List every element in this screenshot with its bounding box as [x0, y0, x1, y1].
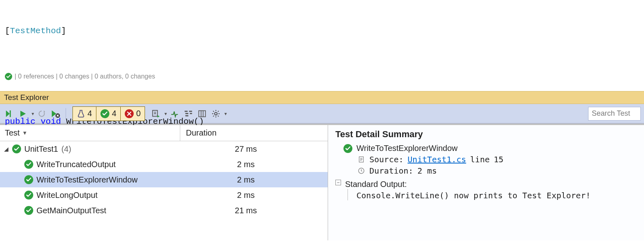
column-header-test[interactable]: Test ▼	[0, 125, 180, 141]
standard-output-section: − Standard Output: Console.WriteLine() n…	[335, 180, 637, 200]
codelens-row[interactable]: | 0 references | 0 changes | 0 authors, …	[5, 71, 639, 82]
svg-rect-5	[186, 115, 188, 116]
test-explorer-toolbar: ▾ 4 4 0 ▾	[0, 104, 644, 123]
svg-rect-8	[199, 110, 206, 117]
group-duration: 27 ms	[180, 144, 328, 154]
test-name: GetMainOutputTest	[36, 206, 106, 215]
code-editor[interactable]: [TestMethod] | 0 references | 0 changes …	[0, 0, 644, 91]
column-header-duration[interactable]: Duration	[180, 128, 328, 138]
source-line-label: line	[470, 155, 490, 164]
test-row[interactable]: WriteLongOutput2 ms	[0, 187, 328, 203]
run-dropdown[interactable]: ▾	[32, 111, 34, 117]
pass-icon	[24, 191, 33, 200]
svg-rect-2	[153, 110, 158, 116]
detail-title: Test Detail Summary	[335, 129, 637, 140]
code-line-attribute: [TestMethod]	[5, 25, 639, 37]
detail-test-name: WriteToTestExplorerWindow	[356, 144, 458, 153]
source-file-icon	[357, 155, 365, 163]
counter-failed-value: 0	[136, 109, 141, 118]
codelens-text[interactable]: | 0 references | 0 changes | 0 authors, …	[15, 72, 155, 81]
pass-icon	[12, 144, 21, 153]
repeat-last-run-button[interactable]	[36, 107, 48, 121]
sort-indicator-icon: ▼	[22, 130, 28, 136]
test-name: WriteLongOutput	[36, 191, 98, 200]
group-name: UnitTest1	[24, 144, 58, 154]
detail-source-row: Source: UnitTest1.cs line 15	[357, 155, 637, 164]
search-input[interactable]: Search Test	[588, 107, 641, 121]
flask-icon	[77, 109, 85, 118]
playlist-button[interactable]	[150, 107, 162, 121]
svg-rect-4	[186, 113, 188, 114]
test-counters: 4 4 0	[73, 106, 145, 121]
test-row[interactable]: GetMainOutputTest21 ms	[0, 203, 328, 218]
test-name: WriteToTestExplorerWindow	[36, 175, 138, 185]
run-after-build-button[interactable]	[168, 107, 181, 121]
expand-collapse-icon[interactable]: ◢	[4, 146, 9, 152]
counter-total[interactable]: 4	[73, 107, 96, 121]
source-line-number: 15	[494, 155, 503, 164]
counter-passed-value: 4	[112, 109, 116, 118]
svg-point-9	[215, 112, 217, 115]
svg-rect-3	[185, 110, 188, 112]
pass-icon	[24, 160, 33, 169]
run-all-button[interactable]	[3, 107, 15, 121]
fail-icon	[125, 109, 134, 118]
source-label: Source:	[369, 155, 403, 164]
settings-button[interactable]	[210, 107, 222, 121]
test-duration: 2 ms	[180, 160, 328, 169]
svg-rect-6	[189, 110, 192, 112]
counter-total-value: 4	[87, 109, 92, 118]
counter-passed[interactable]: 4	[96, 107, 121, 121]
detail-test-name-row: WriteToTestExplorerWindow	[343, 144, 637, 153]
column-header-test-label: Test	[5, 128, 20, 138]
group-count: (4)	[61, 144, 71, 154]
output-tree-guide	[345, 189, 351, 200]
clock-icon	[357, 167, 365, 175]
test-row[interactable]: WriteToTestExplorerWindow2 ms	[0, 172, 328, 187]
test-row[interactable]: WriteTruncatedOutput2 ms	[0, 157, 328, 172]
stdout-text: Console.WriteLine() now prints to Test E…	[351, 189, 591, 200]
collapse-toggle-icon[interactable]: −	[335, 180, 341, 185]
group-by-button[interactable]	[182, 107, 194, 121]
bracket-close: ]	[61, 26, 66, 36]
run-button[interactable]	[17, 107, 29, 121]
detail-duration-row: Duration: 2 ms	[357, 166, 637, 176]
pass-icon	[5, 73, 12, 80]
duration-value: 2 ms	[417, 166, 437, 176]
pass-icon	[24, 206, 33, 215]
pass-icon	[100, 109, 109, 118]
test-name: WriteTruncatedOutput	[36, 160, 116, 169]
grid-header: Test ▼ Duration	[0, 125, 328, 141]
source-file-link[interactable]: UnitTest1.cs	[407, 155, 466, 164]
pass-icon	[24, 175, 33, 184]
bracket-open: [	[5, 26, 10, 36]
test-explorer-panel-title[interactable]: Test Explorer	[0, 91, 644, 104]
test-detail-pane: Test Detail Summary WriteToTestExplorerW…	[328, 125, 644, 240]
test-tree-pane: Test ▼ Duration ◢ UnitTest1 (4) 27 ms Wr…	[0, 125, 328, 240]
test-duration: 2 ms	[180, 175, 328, 185]
test-duration: 21 ms	[180, 206, 328, 215]
settings-dropdown[interactable]: ▾	[224, 111, 227, 117]
svg-rect-0	[10, 110, 11, 117]
attribute-name: TestMethod	[10, 26, 61, 36]
run-failed-button[interactable]	[49, 107, 62, 121]
counter-failed[interactable]: 0	[121, 107, 145, 121]
pass-icon	[343, 144, 352, 153]
columns-button[interactable]	[196, 107, 208, 121]
toolbar-separator	[66, 108, 66, 119]
playlist-dropdown[interactable]: ▾	[164, 111, 167, 117]
stdout-label: Standard Output:	[345, 180, 637, 189]
duration-label: Duration:	[369, 166, 413, 176]
test-duration: 2 ms	[180, 191, 328, 200]
tree-group-row[interactable]: ◢ UnitTest1 (4) 27 ms	[0, 141, 328, 157]
svg-rect-7	[190, 113, 192, 114]
test-explorer-body: Test ▼ Duration ◢ UnitTest1 (4) 27 ms Wr…	[0, 125, 644, 240]
